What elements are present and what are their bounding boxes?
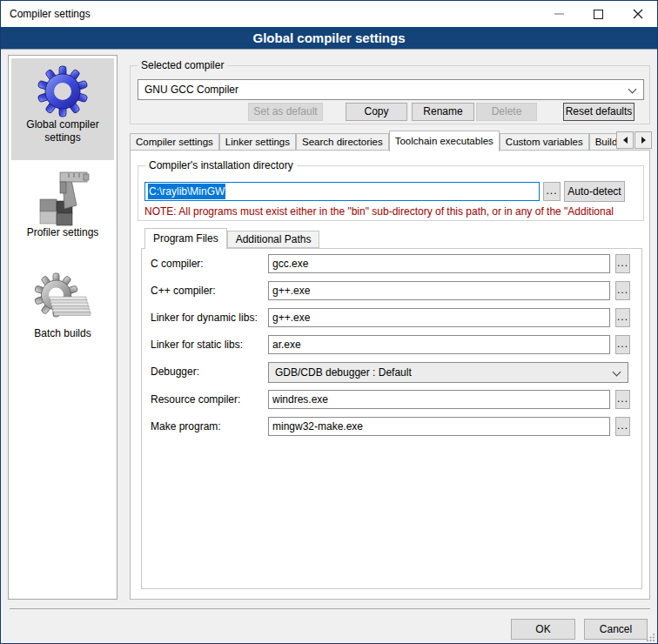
installation-directory-selected-text: C:\raylib\MinGW [148, 184, 225, 199]
subtab-additional-paths[interactable]: Additional Paths [227, 231, 320, 248]
auto-detect-button[interactable]: Auto-detect [564, 181, 625, 202]
tab-build-options[interactable]: Build options [589, 133, 619, 151]
toolchain-subtab-bar: Program Files Additional Paths [144, 227, 319, 248]
make-program-input[interactable] [268, 417, 610, 436]
form-row-make-program: Make program: ... [142, 417, 641, 438]
close-icon [633, 9, 643, 19]
c-compiler-label: C compiler: [151, 258, 204, 270]
reset-defaults-button[interactable]: Reset defaults [563, 103, 634, 121]
static-linker-label: Linker for static libs: [151, 339, 243, 351]
tab-custom-variables[interactable]: Custom variables [500, 133, 589, 151]
set-as-default-button[interactable]: Set as default [248, 103, 323, 121]
close-button[interactable] [618, 1, 657, 27]
settings-tab-bar: Compiler settings Linker settings Search… [130, 130, 619, 151]
make-program-label: Make program: [151, 420, 221, 433]
tab-scroll-right-icon [641, 137, 646, 144]
maximize-button[interactable] [579, 1, 618, 27]
resource-compiler-browse-button[interactable]: ... [615, 390, 630, 409]
form-row-resource-compiler: Resource compiler: ... [142, 390, 641, 411]
form-row-dynamic-linker: Linker for dynamic libs: ... [142, 308, 641, 329]
installation-directory-group-label: Compiler's installation directory [145, 159, 297, 171]
form-row-c-compiler: C compiler: ... [142, 254, 641, 275]
delete-button[interactable]: Delete [476, 103, 537, 121]
debugger-label: Debugger: [151, 366, 199, 378]
resize-grip[interactable] [647, 633, 655, 641]
window-title: Compiler settings [10, 8, 91, 20]
sidebar-item-profiler-settings[interactable]: Profiler settings [11, 167, 114, 259]
resource-compiler-label: Resource compiler: [151, 393, 240, 406]
sidebar-item-batch-builds[interactable]: Batch builds [11, 270, 114, 372]
c-compiler-browse-button[interactable]: ... [615, 254, 630, 273]
minimize-icon [554, 13, 564, 15]
minimize-button[interactable] [540, 1, 579, 27]
cpp-compiler-browse-button[interactable]: ... [615, 281, 630, 300]
sidebar-item-label: Global compiler settings [11, 118, 114, 144]
compiler-select[interactable]: GNU GCC Compiler [138, 79, 644, 100]
static-linker-input[interactable] [268, 335, 610, 354]
subtab-program-files[interactable]: Program Files [144, 228, 227, 249]
gear-stack-icon [34, 272, 91, 327]
dynamic-linker-browse-button[interactable]: ... [615, 308, 630, 327]
dynamic-linker-label: Linker for dynamic libs: [151, 312, 258, 324]
installation-note: NOTE: All programs must exist either in … [144, 205, 648, 218]
debugger-select-value: GDB/CDB debugger : Default [275, 366, 412, 379]
cancel-button[interactable]: Cancel [584, 619, 648, 640]
page-title: Global compiler settings [1, 27, 657, 50]
sidebar-item-label: Batch builds [34, 327, 91, 340]
form-row-static-linker: Linker for static libs: ... [142, 335, 641, 356]
selected-compiler-group: Selected compiler GNU GCC Compiler Set a… [130, 65, 650, 124]
tab-linker-settings[interactable]: Linker settings [219, 133, 296, 151]
caliper-icon [36, 169, 90, 226]
chevron-down-icon [628, 85, 637, 94]
blue-gear-icon [37, 64, 88, 118]
dynamic-linker-input[interactable] [268, 308, 610, 327]
static-linker-browse-button[interactable]: ... [615, 335, 630, 354]
window-controls [540, 1, 657, 27]
sidebar-item-global-compiler-settings[interactable]: Global compiler settings [11, 58, 114, 160]
rename-button[interactable]: Rename [412, 103, 474, 121]
resource-compiler-input[interactable] [268, 390, 610, 409]
maximize-icon [594, 10, 603, 19]
title-bar[interactable]: Compiler settings [1, 1, 657, 27]
make-program-browse-button[interactable]: ... [615, 417, 630, 436]
cpp-compiler-input[interactable] [268, 281, 610, 300]
toolchain-executables-page: Compiler's installation directory C:\ray… [130, 150, 650, 600]
chevron-down-icon [613, 368, 621, 377]
tab-scroll-left-icon [623, 137, 628, 144]
cpp-compiler-label: C++ compiler: [151, 285, 216, 297]
tab-scroll-left-button[interactable] [616, 131, 634, 149]
form-row-cpp-compiler: C++ compiler: ... [142, 281, 641, 302]
tab-scroll-buttons [615, 131, 652, 149]
sidebar-item-label: Profiler settings [27, 226, 99, 239]
tab-search-directories[interactable]: Search directories [296, 133, 389, 151]
footer-divider [10, 608, 650, 609]
tab-compiler-settings[interactable]: Compiler settings [130, 133, 219, 151]
tab-scroll-right-button[interactable] [634, 131, 652, 149]
compiler-settings-dialog: Compiler settings Global compiler settin… [0, 0, 658, 644]
installation-directory-browse-button[interactable]: ... [543, 182, 561, 201]
form-row-debugger: Debugger: GDB/CDB debugger : Default [142, 362, 641, 383]
installation-directory-input[interactable]: C:\raylib\MinGW [144, 182, 540, 201]
debugger-select[interactable]: GDB/CDB debugger : Default [268, 362, 628, 383]
compiler-select-value: GNU GCC Compiler [144, 84, 238, 96]
c-compiler-input[interactable] [268, 254, 610, 273]
program-files-panel: C compiler: ... C++ compiler: ... Linker… [141, 248, 642, 589]
tab-toolchain-executables[interactable]: Toolchain executables [389, 131, 500, 151]
copy-button[interactable]: Copy [346, 103, 407, 121]
settings-category-sidebar: Global compiler settings Profiler settin… [8, 55, 118, 600]
ok-button[interactable]: OK [511, 619, 575, 640]
selected-compiler-group-label: Selected compiler [138, 59, 227, 71]
